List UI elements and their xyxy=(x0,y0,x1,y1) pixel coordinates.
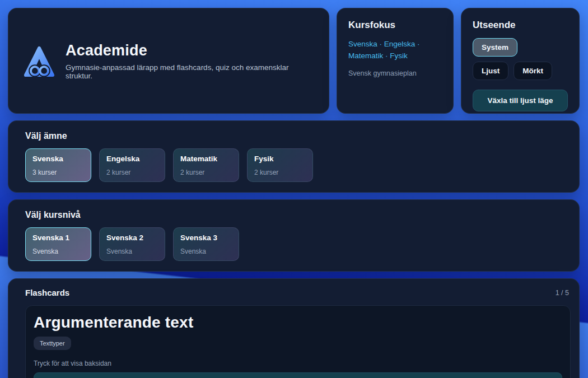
subject-button-fysik[interactable]: Fysik 2 kurser xyxy=(247,148,313,182)
kursfokus-heading: Kursfokus xyxy=(348,20,442,31)
level-picker-section: Välj kursnivå Svenska 1 Svenska Svenska … xyxy=(8,199,580,272)
theme-mode-system-button[interactable]: System xyxy=(473,38,517,57)
kursfokus-note: Svensk gymnasieplan xyxy=(348,69,442,77)
utseende-card: Utseende System Ljust Mörkt Växla till l… xyxy=(461,8,580,114)
subject-course-count: 2 kurser xyxy=(180,169,204,176)
subject-button-row: Svenska 3 kurser Engelska 2 kurser Matem… xyxy=(25,148,570,182)
hero-card: Academide Gymnasie-anpassad lärapp med f… xyxy=(8,8,329,114)
subject-course-count: 2 kurser xyxy=(254,169,278,176)
kursfokus-subject-links[interactable]: Svenska · Engelska · Matematik · Fysik xyxy=(348,39,445,62)
level-button-svenska-3[interactable]: Svenska 3 Svenska xyxy=(173,227,239,261)
subject-button-matematik[interactable]: Matematik 2 kurser xyxy=(173,148,239,182)
level-name: Svenska 1 xyxy=(32,234,69,242)
flashcard-tag-badge: Texttyper xyxy=(34,337,71,350)
level-button-svenska-1[interactable]: Svenska 1 Svenska xyxy=(25,227,91,261)
level-button-svenska-2[interactable]: Svenska 2 Svenska xyxy=(99,227,165,261)
level-picker-heading: Välj kursnivå xyxy=(25,210,570,220)
flashcard-hint: Tryck för att visa baksidan xyxy=(34,360,562,367)
flashcards-heading: Flashcards xyxy=(25,288,69,297)
flashcard[interactable]: Argumenterande text Texttyper Tryck för … xyxy=(25,305,571,378)
academide-logo-icon xyxy=(23,45,55,77)
subject-picker-heading: Välj ämne xyxy=(25,131,570,141)
app-tagline: Gymnasie-anpassad lärapp med flashcards,… xyxy=(66,63,314,80)
flashcards-section: Flashcards 1 / 5 Argumenterande text Tex… xyxy=(8,278,580,378)
subject-name: Fysik xyxy=(254,155,274,163)
app-page: Academide Gymnasie-anpassad lärapp med f… xyxy=(0,0,588,378)
toggle-light-mode-button[interactable]: Växla till ljust läge xyxy=(473,90,568,111)
theme-mode-group: System Ljust Mörkt xyxy=(473,38,557,80)
utseende-heading: Utseende xyxy=(473,20,568,31)
reveal-answer-button[interactable]: Visa svar xyxy=(34,372,562,378)
subject-course-count: 3 kurser xyxy=(32,169,57,176)
subject-name: Matematik xyxy=(180,155,217,163)
header-row: Academide Gymnasie-anpassad lärapp med f… xyxy=(8,8,580,114)
flashcards-header: Flashcards 1 / 5 xyxy=(17,288,570,297)
subject-name: Svenska xyxy=(32,155,63,163)
level-name: Svenska 2 xyxy=(106,234,143,242)
theme-mode-light-button[interactable]: Ljust xyxy=(473,62,508,80)
level-name: Svenska 3 xyxy=(180,234,217,242)
theme-mode-dark-button[interactable]: Mörkt xyxy=(514,62,552,80)
level-subject: Svenska xyxy=(180,248,206,255)
subject-button-engelska[interactable]: Engelska 2 kurser xyxy=(99,148,165,182)
level-subject: Svenska xyxy=(106,248,132,255)
subject-picker-section: Välj ämne Svenska 3 kurser Engelska 2 ku… xyxy=(8,120,580,193)
kursfokus-card: Kursfokus Svenska · Engelska · Matematik… xyxy=(337,8,454,114)
level-button-row: Svenska 1 Svenska Svenska 2 Svenska Sven… xyxy=(25,227,570,261)
subject-button-svenska[interactable]: Svenska 3 kurser xyxy=(25,148,91,182)
level-subject: Svenska xyxy=(32,248,58,255)
flashcard-counter: 1 / 5 xyxy=(556,289,570,297)
subject-course-count: 2 kurser xyxy=(106,169,130,176)
subject-name: Engelska xyxy=(106,155,139,163)
hero-text: Academide Gymnasie-anpassad lärapp med f… xyxy=(66,42,314,80)
app-title: Academide xyxy=(66,42,314,59)
flashcard-front-text: Argumenterande text xyxy=(34,314,562,332)
